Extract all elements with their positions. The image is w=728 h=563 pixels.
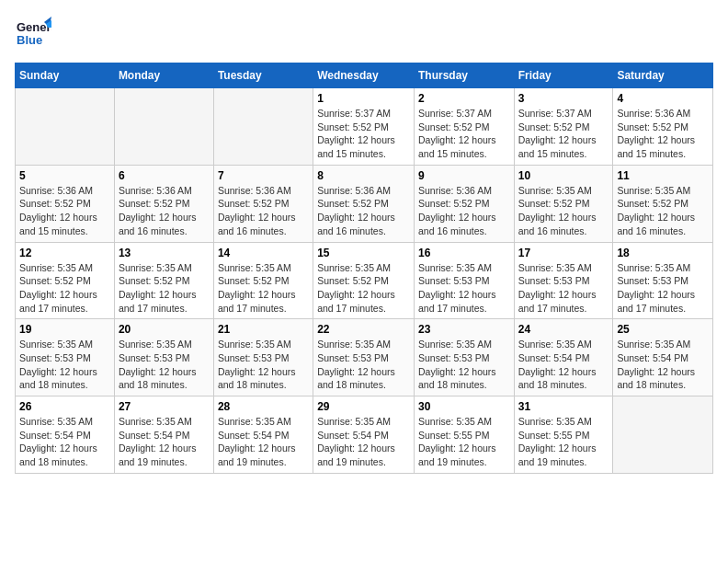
calendar-cell [213,88,313,166]
calendar-cell: 15Sunrise: 5:35 AMSunset: 5:52 PMDayligh… [313,242,415,319]
weekday-header-thursday: Thursday [414,63,514,88]
calendar-cell: 10Sunrise: 5:35 AMSunset: 5:52 PMDayligh… [514,165,613,242]
weekday-header-sunday: Sunday [16,63,115,88]
calendar-cell [114,88,213,166]
logo-icon: General Blue [15,15,51,52]
calendar-cell: 17Sunrise: 5:35 AMSunset: 5:53 PMDayligh… [514,242,613,319]
day-info: Sunrise: 5:37 AMSunset: 5:52 PMDaylight:… [518,107,609,161]
calendar-week-4: 19Sunrise: 5:35 AMSunset: 5:53 PMDayligh… [16,319,713,396]
calendar-cell: 18Sunrise: 5:35 AMSunset: 5:53 PMDayligh… [613,242,713,319]
day-number: 15 [317,247,410,259]
day-info: Sunrise: 5:35 AMSunset: 5:52 PMDaylight:… [19,261,110,316]
calendar-cell: 3Sunrise: 5:37 AMSunset: 5:52 PMDaylight… [514,88,613,166]
day-info: Sunrise: 5:35 AMSunset: 5:55 PMDaylight:… [518,415,609,469]
day-info: Sunrise: 5:35 AMSunset: 5:54 PMDaylight:… [617,338,709,392]
day-info: Sunrise: 5:36 AMSunset: 5:52 PMDaylight:… [317,184,410,238]
day-info: Sunrise: 5:35 AMSunset: 5:53 PMDaylight:… [218,338,309,392]
calendar-cell: 30Sunrise: 5:35 AMSunset: 5:55 PMDayligh… [414,396,514,474]
calendar-week-5: 26Sunrise: 5:35 AMSunset: 5:54 PMDayligh… [16,396,713,474]
day-number: 21 [218,323,309,336]
calendar-cell: 19Sunrise: 5:35 AMSunset: 5:53 PMDayligh… [16,319,115,396]
weekday-header-tuesday: Tuesday [213,63,313,88]
day-number: 30 [418,400,510,413]
weekday-header-wednesday: Wednesday [313,63,415,88]
weekday-header-row: SundayMondayTuesdayWednesdayThursdayFrid… [16,63,713,88]
calendar-week-2: 5Sunrise: 5:36 AMSunset: 5:52 PMDaylight… [16,165,713,242]
day-info: Sunrise: 5:35 AMSunset: 5:54 PMDaylight:… [518,338,609,392]
day-info: Sunrise: 5:35 AMSunset: 5:54 PMDaylight:… [119,415,210,469]
calendar-cell: 6Sunrise: 5:36 AMSunset: 5:52 PMDaylight… [114,165,213,242]
day-info: Sunrise: 5:35 AMSunset: 5:53 PMDaylight:… [418,338,510,392]
day-number: 22 [317,323,410,336]
calendar-cell: 31Sunrise: 5:35 AMSunset: 5:55 PMDayligh… [514,396,613,474]
day-number: 24 [518,323,609,336]
day-info: Sunrise: 5:35 AMSunset: 5:54 PMDaylight:… [19,415,110,469]
calendar-cell: 13Sunrise: 5:35 AMSunset: 5:52 PMDayligh… [114,242,213,319]
weekday-header-monday: Monday [114,63,213,88]
day-info: Sunrise: 5:35 AMSunset: 5:52 PMDaylight:… [617,184,709,238]
day-info: Sunrise: 5:35 AMSunset: 5:53 PMDaylight:… [119,338,210,392]
calendar-week-1: 1Sunrise: 5:37 AMSunset: 5:52 PMDaylight… [16,88,713,166]
calendar-cell: 5Sunrise: 5:36 AMSunset: 5:52 PMDaylight… [16,165,115,242]
day-info: Sunrise: 5:35 AMSunset: 5:53 PMDaylight:… [617,261,709,316]
logo: General Blue [15,15,51,52]
day-number: 13 [119,247,210,259]
day-number: 27 [119,400,210,413]
day-info: Sunrise: 5:35 AMSunset: 5:53 PMDaylight:… [317,338,410,392]
day-number: 3 [518,92,609,105]
day-number: 31 [518,400,609,413]
day-number: 9 [418,169,510,182]
day-info: Sunrise: 5:36 AMSunset: 5:52 PMDaylight:… [19,184,110,238]
day-number: 14 [218,247,309,259]
page-header: General Blue [15,15,713,52]
calendar-cell: 26Sunrise: 5:35 AMSunset: 5:54 PMDayligh… [16,396,115,474]
calendar-cell: 11Sunrise: 5:35 AMSunset: 5:52 PMDayligh… [613,165,713,242]
day-info: Sunrise: 5:35 AMSunset: 5:53 PMDaylight:… [418,261,510,316]
day-number: 28 [218,400,309,413]
calendar-cell: 2Sunrise: 5:37 AMSunset: 5:52 PMDaylight… [414,88,514,166]
calendar-cell: 1Sunrise: 5:37 AMSunset: 5:52 PMDaylight… [313,88,415,166]
day-number: 5 [19,169,110,182]
calendar-cell: 28Sunrise: 5:35 AMSunset: 5:54 PMDayligh… [213,396,313,474]
day-number: 20 [119,323,210,336]
calendar-cell: 4Sunrise: 5:36 AMSunset: 5:52 PMDaylight… [613,88,713,166]
day-number: 19 [19,323,110,336]
day-info: Sunrise: 5:35 AMSunset: 5:53 PMDaylight:… [19,338,110,392]
calendar-cell [613,396,713,474]
calendar-week-3: 12Sunrise: 5:35 AMSunset: 5:52 PMDayligh… [16,242,713,319]
day-number: 4 [617,92,709,105]
calendar-cell: 9Sunrise: 5:36 AMSunset: 5:52 PMDaylight… [414,165,514,242]
day-number: 11 [617,169,709,182]
calendar-cell: 16Sunrise: 5:35 AMSunset: 5:53 PMDayligh… [414,242,514,319]
day-info: Sunrise: 5:36 AMSunset: 5:52 PMDaylight:… [418,184,510,238]
day-info: Sunrise: 5:35 AMSunset: 5:54 PMDaylight:… [317,415,410,469]
calendar-table: SundayMondayTuesdayWednesdayThursdayFrid… [15,63,713,474]
calendar-cell: 27Sunrise: 5:35 AMSunset: 5:54 PMDayligh… [114,396,213,474]
day-info: Sunrise: 5:35 AMSunset: 5:55 PMDaylight:… [418,415,510,469]
day-number: 12 [19,247,110,259]
day-number: 26 [19,400,110,413]
day-number: 2 [418,92,510,105]
day-info: Sunrise: 5:35 AMSunset: 5:54 PMDaylight:… [218,415,309,469]
day-info: Sunrise: 5:35 AMSunset: 5:52 PMDaylight:… [317,261,410,316]
weekday-header-saturday: Saturday [613,63,713,88]
day-number: 17 [518,247,609,259]
svg-text:Blue: Blue [17,33,42,47]
calendar-cell: 25Sunrise: 5:35 AMSunset: 5:54 PMDayligh… [613,319,713,396]
calendar-cell: 23Sunrise: 5:35 AMSunset: 5:53 PMDayligh… [414,319,514,396]
day-number: 10 [518,169,609,182]
calendar-cell: 8Sunrise: 5:36 AMSunset: 5:52 PMDaylight… [313,165,415,242]
day-number: 18 [617,247,709,259]
day-number: 16 [418,247,510,259]
calendar-cell: 24Sunrise: 5:35 AMSunset: 5:54 PMDayligh… [514,319,613,396]
day-number: 23 [418,323,510,336]
calendar-cell: 22Sunrise: 5:35 AMSunset: 5:53 PMDayligh… [313,319,415,396]
day-number: 25 [617,323,709,336]
day-info: Sunrise: 5:37 AMSunset: 5:52 PMDaylight:… [418,107,510,161]
calendar-cell [16,88,115,166]
day-info: Sunrise: 5:36 AMSunset: 5:52 PMDaylight:… [617,107,709,161]
day-info: Sunrise: 5:36 AMSunset: 5:52 PMDaylight:… [218,184,309,238]
day-number: 6 [119,169,210,182]
day-info: Sunrise: 5:36 AMSunset: 5:52 PMDaylight:… [119,184,210,238]
day-number: 7 [218,169,309,182]
